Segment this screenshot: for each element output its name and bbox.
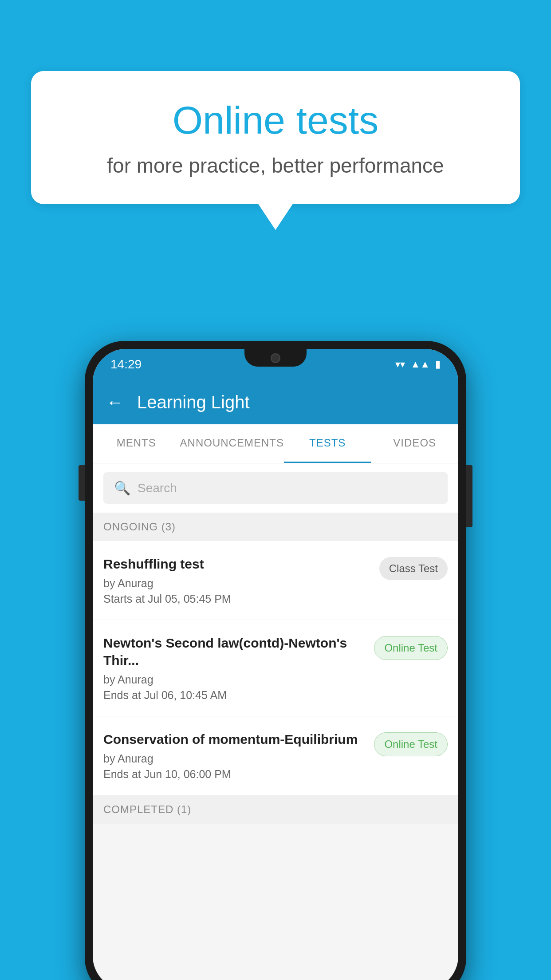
test-title: Conservation of momentum-Equilibrium [103, 731, 365, 748]
battery-icon: ▮ [435, 359, 441, 370]
speech-bubble-title: Online tests [67, 98, 484, 143]
test-time: Starts at Jul 05, 05:45 PM [103, 593, 370, 605]
test-title: Reshuffling test [103, 555, 370, 573]
search-bar[interactable]: 🔍 Search [103, 472, 448, 504]
tabs-container: MENTS ANNOUNCEMENTS TESTS VIDEOS [93, 424, 458, 463]
speech-bubble-container: Online tests for more practice, better p… [31, 71, 520, 230]
test-item[interactable]: Reshuffling test by Anurag Starts at Jul… [93, 541, 458, 620]
speech-bubble-subtitle: for more practice, better performance [67, 154, 484, 178]
test-by: by Anurag [103, 752, 365, 765]
test-by: by Anurag [103, 673, 365, 686]
test-time: Ends at Jul 06, 10:45 AM [103, 689, 365, 702]
status-bar: 14:29 ▾▾ ▲▲ ▮ [93, 349, 458, 380]
speech-bubble-arrow [258, 203, 293, 230]
app-bar-title: Learning Light [137, 392, 250, 412]
tab-tests[interactable]: TESTS [284, 424, 371, 463]
search-input[interactable]: Search [138, 481, 177, 495]
test-by: by Anurag [103, 577, 370, 590]
test-info: Newton's Second law(contd)-Newton's Thir… [103, 634, 365, 702]
status-time: 14:29 [110, 357, 142, 371]
phone-screen: 14:29 ▾▾ ▲▲ ▮ ← Learning Light MENTS ANN… [93, 349, 458, 980]
phone-container: 14:29 ▾▾ ▲▲ ▮ ← Learning Light MENTS ANN… [85, 341, 466, 980]
tab-announcements[interactable]: ANNOUNCEMENTS [180, 424, 284, 463]
ongoing-section-header: ONGOING (3) [93, 513, 458, 541]
test-info: Reshuffling test by Anurag Starts at Jul… [103, 555, 370, 605]
test-item[interactable]: Conservation of momentum-Equilibrium by … [93, 716, 458, 795]
test-badge-online: Online Test [374, 732, 448, 756]
signal-icon: ▲▲ [410, 359, 430, 370]
test-item[interactable]: Newton's Second law(contd)-Newton's Thir… [93, 620, 458, 716]
notch [244, 349, 307, 367]
completed-section-header: COMPLETED (1) [93, 795, 458, 824]
tab-videos[interactable]: VIDEOS [371, 424, 458, 463]
app-bar: ← Learning Light [93, 380, 458, 424]
test-time: Ends at Jun 10, 06:00 PM [103, 768, 365, 781]
test-info: Conservation of momentum-Equilibrium by … [103, 731, 365, 781]
camera [271, 353, 280, 363]
test-badge-online: Online Test [374, 636, 448, 660]
back-button[interactable]: ← [106, 392, 124, 412]
status-icons: ▾▾ ▲▲ ▮ [395, 359, 441, 370]
speech-bubble: Online tests for more practice, better p… [31, 71, 520, 204]
tab-ments[interactable]: MENTS [93, 424, 180, 463]
phone-frame: 14:29 ▾▾ ▲▲ ▮ ← Learning Light MENTS ANN… [85, 341, 466, 980]
wifi-icon: ▾▾ [395, 359, 405, 370]
test-badge-class: Class Test [379, 557, 448, 580]
tests-list: Reshuffling test by Anurag Starts at Jul… [93, 541, 458, 795]
search-container: 🔍 Search [93, 463, 458, 513]
search-icon: 🔍 [114, 480, 130, 496]
test-title: Newton's Second law(contd)-Newton's Thir… [103, 634, 365, 669]
